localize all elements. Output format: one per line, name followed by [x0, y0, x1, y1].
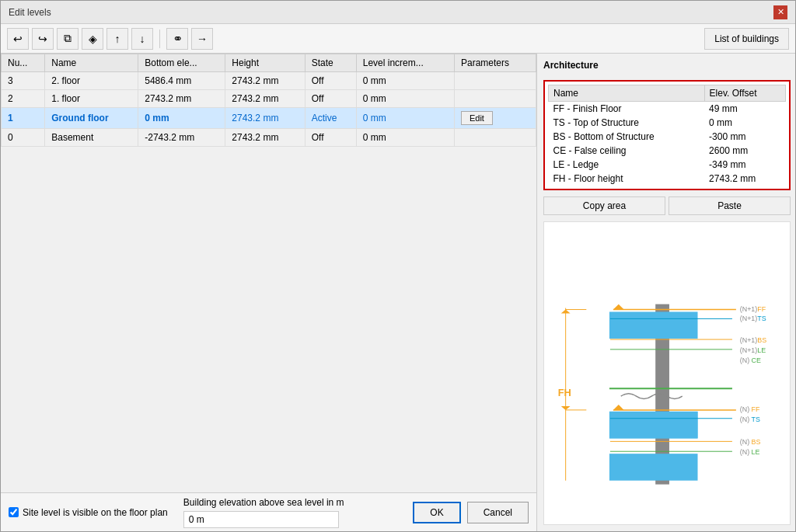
- row-num: 1: [2, 108, 45, 129]
- arch-row-offset: -300 mm: [704, 130, 785, 144]
- site-level-checkbox[interactable]: [9, 507, 19, 517]
- row-bottom: -2743.2 mm: [138, 129, 225, 147]
- nts-label: (N) TS: [740, 416, 760, 423]
- row-name: Ground floor: [45, 108, 138, 129]
- arch-col-offset: Elev. Offset: [704, 85, 785, 102]
- row-increment: 0 mm: [356, 108, 454, 129]
- edit-levels-dialog: Edit levels ✕ ↩ ↪ ⧉ ◈ ↑ ↓ ⚭ → List of bu…: [0, 0, 796, 532]
- levels-table-container: Nu... Name Bottom ele... Height State Le…: [1, 54, 536, 492]
- dialog-title: Edit levels: [9, 7, 51, 18]
- edit-button[interactable]: Edit: [461, 111, 493, 125]
- connect-button[interactable]: ⚭: [166, 28, 188, 50]
- upper-slab-top: [609, 312, 698, 339]
- arch-row[interactable]: FF - Finish Floor 49 mm: [549, 102, 786, 116]
- left-panel: Nu... Name Bottom ele... Height State Le…: [1, 54, 537, 531]
- arch-row-offset: -349 mm: [704, 158, 785, 172]
- redo-button[interactable]: ↪: [32, 28, 54, 50]
- row-state: Off: [305, 72, 356, 90]
- cancel-button[interactable]: Cancel: [467, 502, 529, 523]
- row-name: Basement: [45, 129, 138, 147]
- table-row[interactable]: 3 2. floor 5486.4 mm 2743.2 mm Off 0 mm: [2, 72, 536, 90]
- architecture-table: Name Elev. Offset FF - Finish Floor 49 m…: [548, 85, 786, 186]
- move-up-button[interactable]: ↑: [106, 28, 128, 50]
- arch-row[interactable]: FH - Floor height 2743.2 mm: [549, 172, 786, 186]
- architecture-title: Architecture: [543, 60, 791, 71]
- arch-row-offset: 2600 mm: [704, 144, 785, 158]
- row-increment: 0 mm: [356, 129, 454, 147]
- arch-col-name: Name: [549, 85, 705, 102]
- row-height: 2743.2 mm: [225, 90, 305, 108]
- row-bottom: 0 mm: [138, 108, 225, 129]
- title-bar: Edit levels ✕: [1, 1, 795, 24]
- arch-row[interactable]: BS - Bottom of Structure -300 mm: [549, 130, 786, 144]
- row-height: 2743.2 mm: [225, 108, 305, 129]
- move-down-button[interactable]: ↓: [131, 28, 153, 50]
- nle-label: (N) LE: [740, 448, 760, 456]
- levels-table: Nu... Name Bottom ele... Height State Le…: [1, 54, 536, 147]
- content-area: Nu... Name Bottom ele... Height State Le…: [1, 54, 795, 531]
- row-params: [454, 90, 536, 108]
- col-num: Nu...: [2, 54, 45, 72]
- arch-row-name: BS - Bottom of Structure: [549, 130, 705, 144]
- site-level-checkbox-label[interactable]: Site level is visible on the floor plan: [9, 507, 168, 518]
- toolbar-separator: [159, 30, 160, 48]
- row-state: Active: [305, 108, 356, 129]
- nbs-label: (N) BS: [740, 438, 761, 446]
- row-height: 2743.2 mm: [225, 129, 305, 147]
- row-num: 3: [2, 72, 45, 90]
- elevation-input[interactable]: [183, 511, 339, 528]
- col-state: State: [305, 54, 356, 72]
- layer-button[interactable]: ◈: [82, 28, 103, 50]
- copy-icon: ⧉: [64, 32, 72, 45]
- redo-icon: ↪: [38, 33, 47, 45]
- row-state: Off: [305, 90, 356, 108]
- arch-row-offset: 0 mm: [704, 116, 785, 130]
- fh-label: FH: [558, 387, 571, 398]
- nff-label: (N) FF: [740, 405, 760, 413]
- ok-button[interactable]: OK: [413, 502, 460, 523]
- n1le-label: (N+1)LE: [740, 346, 766, 354]
- arch-row-offset: 49 mm: [704, 102, 785, 116]
- col-name: Name: [45, 54, 138, 72]
- list-of-buildings-button[interactable]: List of buildings: [704, 28, 789, 50]
- arrow-icon: →: [197, 33, 208, 45]
- arch-row[interactable]: CE - False ceiling 2600 mm: [549, 144, 786, 158]
- elevation-label: Building elevation above sea level in m: [183, 497, 344, 508]
- arch-row[interactable]: LE - Ledge -349 mm: [549, 158, 786, 172]
- n1bs-label: (N+1)BS: [740, 336, 766, 344]
- table-row-selected[interactable]: 1 Ground floor 0 mm 2743.2 mm Active 0 m…: [2, 108, 536, 129]
- row-num: 2: [2, 90, 45, 108]
- arch-row-name: FH - Floor height: [549, 172, 705, 186]
- paste-button[interactable]: Paste: [669, 196, 791, 215]
- arch-row-name: TS - Top of Structure: [549, 116, 705, 130]
- col-bottom: Bottom ele...: [138, 54, 225, 72]
- table-row[interactable]: 2 1. floor 2743.2 mm 2743.2 mm Off 0 mm: [2, 90, 536, 108]
- bottom-buttons: OK Cancel: [413, 502, 529, 523]
- row-bottom: 5486.4 mm: [138, 72, 225, 90]
- undo-button[interactable]: ↩: [7, 28, 29, 50]
- architecture-table-container: Name Elev. Offset FF - Finish Floor 49 m…: [543, 80, 791, 190]
- arch-row-offset: 2743.2 mm: [704, 172, 785, 186]
- row-num: 0: [2, 129, 45, 147]
- arch-row-name: CE - False ceiling: [549, 144, 705, 158]
- row-params[interactable]: Edit: [454, 108, 536, 129]
- table-row[interactable]: 0 Basement -2743.2 mm 2743.2 mm Off 0 mm: [2, 129, 536, 147]
- lower-slab-bottom: [609, 454, 698, 481]
- copy-area-button[interactable]: Copy area: [543, 196, 665, 215]
- copy-button[interactable]: ⧉: [57, 28, 79, 50]
- arrow-button[interactable]: →: [191, 28, 213, 50]
- row-increment: 0 mm: [356, 90, 454, 108]
- copy-paste-row: Copy area Paste: [543, 196, 791, 215]
- row-name: 2. floor: [45, 72, 138, 90]
- toolbar: ↩ ↪ ⧉ ◈ ↑ ↓ ⚭ → List of buildings: [1, 24, 795, 54]
- right-panel: Architecture Name Elev. Offset FF - Fini…: [537, 54, 795, 531]
- col-params: Parameters: [454, 54, 536, 72]
- close-button[interactable]: ✕: [773, 5, 787, 19]
- row-state: Off: [305, 129, 356, 147]
- row-name: 1. floor: [45, 90, 138, 108]
- arch-row[interactable]: TS - Top of Structure 0 mm: [549, 116, 786, 130]
- n1ts-label: (N+1)TS: [740, 315, 766, 322]
- nce-label: (N) CE: [740, 356, 761, 364]
- row-height: 2743.2 mm: [225, 72, 305, 90]
- upper-slab-bottom: [609, 412, 698, 439]
